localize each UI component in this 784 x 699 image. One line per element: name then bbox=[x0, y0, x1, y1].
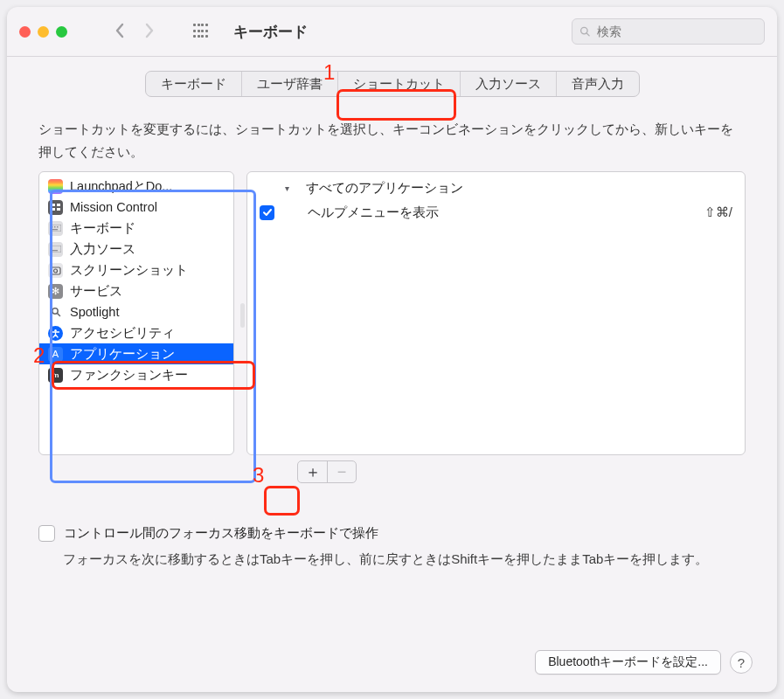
titlebar: キーボード bbox=[7, 7, 777, 57]
app-icon: A bbox=[48, 347, 63, 362]
sidebar-item-label: アプリケーション bbox=[70, 346, 175, 363]
bottom-buttons: Bluetoothキーボードを設定... ? bbox=[535, 650, 753, 675]
focus-checkbox-label: コントロール間のフォーカス移動をキーボードで操作 bbox=[64, 525, 378, 542]
mission-control-icon bbox=[48, 200, 63, 215]
shortcut-label: ヘルプメニューを表示 bbox=[308, 204, 439, 221]
sidebar-item-accessibility[interactable]: アクセシビリティ bbox=[39, 322, 233, 343]
window-controls bbox=[19, 26, 67, 38]
sidebar-item-launchpad[interactable]: LaunchpadとDo... bbox=[39, 176, 233, 197]
svg-line-16 bbox=[57, 314, 59, 316]
tab-inputsrc[interactable]: 入力ソース bbox=[461, 72, 557, 96]
bluetooth-keyboard-button[interactable]: Bluetoothキーボードを設定... bbox=[535, 650, 721, 675]
svg-rect-6 bbox=[50, 225, 61, 232]
pane-resize-handle[interactable] bbox=[240, 303, 245, 328]
sidebar-item-label: キーボード bbox=[70, 220, 135, 237]
svg-rect-11 bbox=[50, 246, 61, 253]
sidebar-item-label: 入力ソース bbox=[70, 241, 135, 258]
sidebar-item-applications[interactable]: A アプリケーション bbox=[39, 343, 233, 364]
group-row-all-apps[interactable]: ▾ すべてのアプリケーション bbox=[247, 176, 745, 200]
search-icon bbox=[579, 25, 590, 38]
shortcut-row[interactable]: ヘルプメニューを表示 ⇧⌘/ bbox=[247, 200, 745, 225]
content-body: ショートカットを変更するには、ショートカットを選択し、キーコンビネーションをクリ… bbox=[7, 102, 777, 692]
svg-rect-12 bbox=[52, 250, 58, 251]
svg-rect-8 bbox=[54, 226, 56, 228]
footer-block: コントロール間のフォーカス移動をキーボードで操作 フォーカスを次に移動するときは… bbox=[38, 525, 746, 571]
svg-rect-2 bbox=[52, 204, 55, 206]
close-button[interactable] bbox=[19, 26, 31, 38]
sidebar-item-input-source[interactable]: 入力ソース bbox=[39, 239, 233, 260]
minimize-button[interactable] bbox=[38, 26, 49, 38]
sidebar-item-mission-control[interactable]: Mission Control bbox=[39, 197, 233, 218]
fn-icon: fn bbox=[48, 368, 63, 383]
add-button[interactable]: ＋ bbox=[298, 461, 327, 482]
sidebar-item-label: Mission Control bbox=[70, 200, 157, 214]
focus-description: フォーカスを次に移動するときはTabキーを押し、前に戻すときはShiftキーを押… bbox=[63, 549, 746, 571]
tab-userdict[interactable]: ユーザ辞書 bbox=[242, 72, 338, 96]
help-button[interactable]: ? bbox=[730, 651, 753, 674]
show-all-icon[interactable] bbox=[193, 24, 209, 39]
gear-icon: ✻ bbox=[48, 284, 63, 299]
svg-rect-4 bbox=[52, 208, 55, 211]
svg-rect-13 bbox=[51, 267, 60, 274]
window-title: キーボード bbox=[233, 22, 308, 42]
checkbox-enabled[interactable] bbox=[260, 205, 274, 220]
screenshot-icon bbox=[48, 263, 63, 278]
sidebar-item-keyboard[interactable]: キーボード bbox=[39, 218, 233, 239]
focus-checkbox-row[interactable]: コントロール間のフォーカス移動をキーボードで操作 bbox=[38, 525, 746, 542]
sidebar-item-screenshot[interactable]: スクリーンショット bbox=[39, 260, 233, 280]
sidebar-item-function-keys[interactable]: fn ファンクションキー bbox=[39, 364, 233, 385]
sidebar-item-services[interactable]: ✻ サービス bbox=[39, 280, 233, 301]
svg-line-1 bbox=[586, 33, 589, 36]
chevron-down-icon[interactable]: ▾ bbox=[285, 183, 295, 193]
tab-bar: キーボード ユーザ辞書 ショートカット 入力ソース 音声入力 bbox=[145, 71, 640, 97]
sidebar-item-label: アクセシビリティ bbox=[70, 325, 175, 342]
launchpad-icon bbox=[48, 179, 63, 194]
focus-checkbox[interactable] bbox=[38, 525, 55, 542]
svg-rect-9 bbox=[57, 226, 59, 228]
input-source-icon bbox=[48, 242, 63, 257]
zoom-button[interactable] bbox=[56, 26, 67, 38]
instruction-text: ショートカットを変更するには、ショートカットを選択し、キーコンビネーションをクリ… bbox=[38, 118, 746, 163]
svg-point-14 bbox=[54, 269, 58, 273]
back-button[interactable] bbox=[114, 23, 125, 41]
shortcut-key[interactable]: ⇧⌘/ bbox=[704, 204, 732, 220]
category-list[interactable]: LaunchpadとDo... Mission Control キーボード bbox=[38, 171, 234, 455]
split-panes: LaunchpadとDo... Mission Control キーボード bbox=[38, 171, 746, 455]
shortcut-list[interactable]: ▾ すべてのアプリケーション ヘルプメニューを表示 ⇧⌘/ bbox=[246, 171, 746, 455]
search-icon bbox=[48, 305, 63, 320]
sidebar-item-label: サービス bbox=[70, 283, 122, 300]
search-field[interactable] bbox=[572, 18, 765, 45]
keyboard-icon bbox=[48, 221, 63, 236]
remove-button[interactable]: − bbox=[327, 461, 356, 482]
forward-button[interactable] bbox=[144, 23, 155, 41]
svg-rect-7 bbox=[52, 226, 53, 228]
preferences-window: キーボード キーボード ユーザ辞書 ショートカット 入力ソース 音声入力 ショー… bbox=[7, 7, 777, 692]
svg-rect-3 bbox=[57, 204, 60, 206]
sidebar-item-label: スクリーンショット bbox=[70, 262, 188, 279]
accessibility-icon bbox=[48, 326, 63, 341]
search-input[interactable] bbox=[595, 24, 757, 39]
sidebar-item-label: ファンクションキー bbox=[70, 367, 188, 384]
sidebar-item-label: Spotlight bbox=[70, 305, 119, 319]
group-label: すべてのアプリケーション bbox=[306, 180, 463, 197]
svg-point-17 bbox=[54, 329, 56, 331]
nav-buttons bbox=[114, 23, 155, 41]
tabs-row: キーボード ユーザ辞書 ショートカット 入力ソース 音声入力 bbox=[7, 57, 777, 102]
svg-rect-5 bbox=[57, 208, 60, 211]
tab-dictation[interactable]: 音声入力 bbox=[557, 72, 639, 96]
sidebar-item-label: LaunchpadとDo... bbox=[70, 178, 172, 195]
sidebar-item-spotlight[interactable]: Spotlight bbox=[39, 301, 233, 322]
tab-shortcuts[interactable]: ショートカット bbox=[338, 72, 461, 96]
svg-rect-10 bbox=[52, 229, 58, 230]
add-remove-row: ＋ − bbox=[38, 460, 746, 483]
tab-keyboard[interactable]: キーボード bbox=[146, 72, 242, 96]
